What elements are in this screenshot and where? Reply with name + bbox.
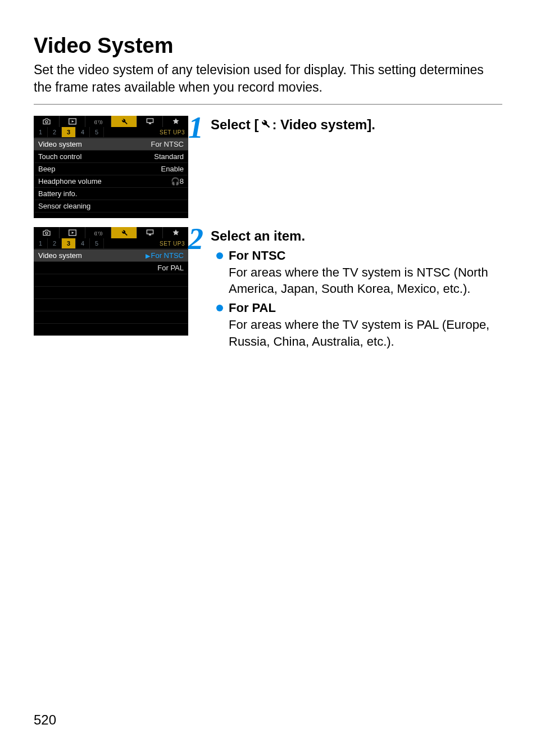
menu-subtab-label: SET UP3 (156, 238, 188, 248)
menu-tab-display-icon (137, 227, 163, 238)
menu-subtab-3: 3 (62, 238, 76, 248)
menu-row-label: Video system (38, 140, 151, 148)
menu-subtab-5: 5 (90, 127, 104, 137)
menu-row-value: ▶For NTSC (146, 251, 184, 260)
step-1: ((↑))12345SET UP3Video systemFor NTSCTou… (34, 116, 502, 218)
menu-subtab-3: 3 (62, 127, 76, 137)
svg-rect-3 (147, 119, 153, 123)
camera-menu-screenshot-1: ((↑))12345SET UP3Video systemFor NTSCTou… (34, 116, 188, 218)
menu-subtab-5: 5 (90, 238, 104, 248)
svg-text:((↑)): ((↑)) (94, 119, 102, 124)
menu-row-empty (34, 298, 188, 311)
menu-row: Video systemFor NTSC (34, 138, 188, 150)
menu-row: Headphone volume🎧8 (34, 175, 188, 187)
menu-row-value: Standard (154, 152, 184, 161)
caret-right-icon: ▶ (146, 252, 150, 259)
step-1-headline-prefix: Select [ (211, 117, 258, 133)
menu-subtab-4: 4 (76, 238, 90, 248)
menu-row-value: For NTSC (151, 140, 184, 148)
menu-row-value: 🎧8 (171, 177, 184, 185)
menu-row-empty (34, 323, 188, 336)
menu-subtab-4: 4 (76, 127, 90, 137)
wrench-icon (260, 117, 271, 133)
menu-tab-wifi-icon: ((↑)) (85, 227, 111, 238)
menu-tab-play-icon (60, 227, 85, 238)
menu-tab-camera-icon (34, 116, 60, 127)
step-number-2: 2 (188, 227, 207, 251)
step-1-headline: Select [ : Video system]. (211, 117, 502, 133)
divider (34, 104, 502, 105)
svg-point-0 (46, 121, 48, 123)
menu-tab-star-icon (163, 116, 188, 127)
menu-subtab-1: 1 (34, 127, 48, 137)
bullet-ntsc-desc: For areas where the TV system is NTSC (N… (229, 264, 502, 297)
menu-row-label: Video system (38, 251, 146, 260)
menu-tab-play-icon (60, 116, 85, 127)
step-2-headline: Select an item. (211, 228, 502, 244)
step-2-bullets: For NTSC For areas where the TV system i… (211, 247, 502, 350)
svg-text:((↑)): ((↑)) (94, 230, 102, 236)
bullet-ntsc: For NTSC For areas where the TV system i… (216, 247, 502, 297)
bullet-pal-desc: For areas where the TV system is PAL (Eu… (229, 316, 502, 350)
menu-row-empty (34, 274, 188, 286)
svg-rect-4 (148, 123, 151, 124)
page-number: 520 (34, 712, 56, 728)
intro-text: Set the video system of any television u… (34, 61, 502, 96)
menu-row: Touch controlStandard (34, 150, 188, 162)
menu-tab-wifi-icon: ((↑)) (85, 116, 111, 127)
step-2: ((↑))12345SET UP3Video system▶For NTSCFo… (34, 227, 502, 352)
menu-row-empty (34, 286, 188, 298)
menu-row-label: Touch control (38, 152, 154, 161)
page-title: Video System (34, 34, 502, 58)
menu-tab-wrench-icon (111, 116, 137, 127)
bullet-ntsc-head: For NTSC (229, 247, 502, 264)
menu-row-label: Beep (38, 165, 161, 173)
step-number-1: 1 (188, 116, 207, 140)
menu-subtab-label: SET UP3 (156, 127, 188, 137)
svg-point-5 (46, 232, 48, 234)
menu-row-value: Enable (161, 165, 184, 173)
menu-subtab-1: 1 (34, 238, 48, 248)
menu-tab-display-icon (137, 116, 163, 127)
menu-row-label: Headphone volume (38, 177, 171, 185)
camera-menu-screenshot-2: ((↑))12345SET UP3Video system▶For NTSCFo… (34, 227, 188, 336)
menu-row: Sensor cleaning (34, 200, 188, 212)
menu-row: BeepEnable (34, 162, 188, 175)
menu-tab-star-icon (163, 227, 188, 238)
menu-row: Video system▶For NTSC (34, 249, 188, 261)
step-1-headline-suffix: : Video system]. (272, 117, 375, 133)
menu-tab-camera-icon (34, 227, 60, 238)
svg-rect-9 (148, 234, 151, 236)
menu-subtab-2: 2 (48, 127, 62, 137)
bullet-pal: For PAL For areas where the TV system is… (216, 300, 502, 350)
menu-tab-wrench-icon (111, 227, 137, 238)
menu-row: For PAL (34, 261, 188, 274)
menu-row-empty (34, 311, 188, 323)
menu-row-label: Battery info. (38, 189, 184, 198)
menu-subtab-2: 2 (48, 238, 62, 248)
menu-row-value: For PAL (157, 264, 184, 272)
menu-row: Battery info. (34, 187, 188, 200)
menu-row-label: Sensor cleaning (38, 202, 184, 210)
bullet-pal-head: For PAL (229, 300, 502, 316)
svg-rect-8 (147, 230, 153, 234)
